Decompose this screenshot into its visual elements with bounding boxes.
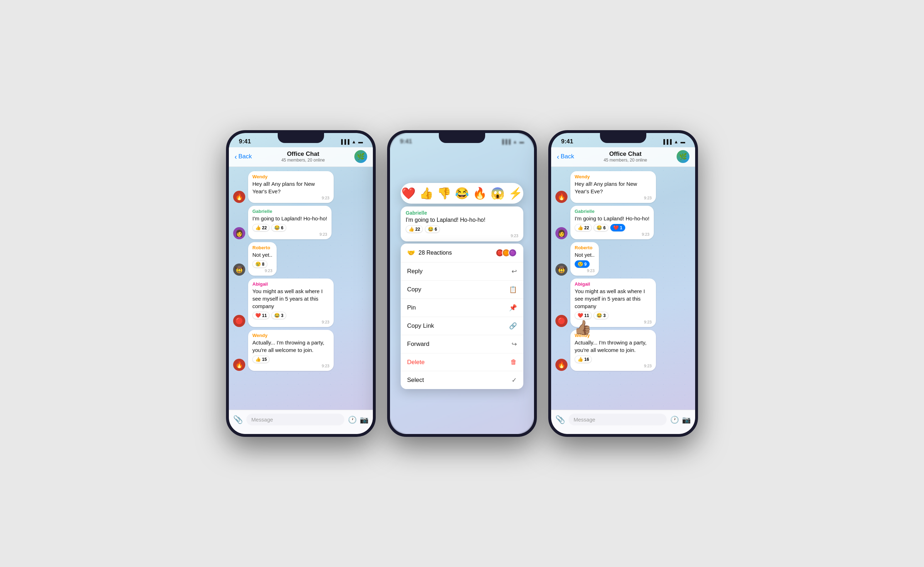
reaction-badge[interactable]: 👍22 bbox=[574, 224, 592, 232]
context-reactions: 👍22 😂6 bbox=[406, 226, 518, 233]
message-bubble[interactable]: Gabrielle I'm going to Lapland! Ho-ho-ho… bbox=[570, 206, 654, 239]
react-thumbsdown[interactable]: 👎 bbox=[437, 186, 451, 200]
chat-header-right: ‹ Back Office Chat 45 members, 20 online… bbox=[551, 147, 695, 167]
context-menu: 🤝 28 Reactions 🔴 🟠 🟣 Reply ↩ Copy 📋 bbox=[400, 244, 524, 389]
message-bubble[interactable]: Abigail You might as well ask where I se… bbox=[570, 278, 656, 327]
message-time: 9:23 bbox=[574, 320, 652, 324]
react-thumbsup[interactable]: 👍 bbox=[419, 186, 434, 200]
reaction-badge[interactable]: 👍16 bbox=[574, 355, 592, 363]
reactions-count-row[interactable]: 🤝 28 Reactions 🔴 🟠 🟣 bbox=[400, 244, 524, 262]
sender-name: Wendy bbox=[252, 174, 329, 179]
reaction-badge[interactable]: 😢8 bbox=[252, 260, 267, 268]
message-bubble[interactable]: Wendy Hey all! Any plans for New Year's … bbox=[570, 171, 656, 203]
chat-header-left: ‹ Back Office Chat 45 members, 20 online… bbox=[229, 147, 373, 167]
reactions-row: 👍15 bbox=[252, 355, 329, 363]
schedule-icon[interactable]: 🕐 bbox=[348, 415, 357, 424]
reaction-avatar: 🟣 bbox=[508, 248, 517, 257]
reply-icon: ↩ bbox=[512, 268, 517, 275]
context-menu-item-forward[interactable]: Forward ↪ bbox=[400, 335, 524, 353]
sender-name: Roberto bbox=[574, 245, 595, 250]
chat-input-bar-left: 📎 Message 🕐 📷 bbox=[229, 410, 373, 434]
group-avatar-right[interactable]: 🌿 bbox=[676, 150, 689, 163]
reaction-badge[interactable]: 😂6 bbox=[594, 224, 609, 232]
header-center-right: Office Chat 45 members, 20 online bbox=[574, 150, 676, 162]
context-menu-item-pin[interactable]: Pin 📌 bbox=[400, 299, 524, 317]
react-lightning[interactable]: ⚡ bbox=[508, 186, 523, 200]
select-icon: ✓ bbox=[512, 376, 517, 384]
message-time: 9:23 bbox=[574, 364, 652, 368]
copy-label: Copy bbox=[407, 286, 422, 293]
context-menu-item-delete[interactable]: Delete 🗑 bbox=[400, 353, 524, 371]
context-menu-item-select[interactable]: Select ✓ bbox=[400, 371, 524, 389]
context-menu-item-copy[interactable]: Copy 📋 bbox=[400, 281, 524, 299]
forward-icon: ↪ bbox=[512, 340, 517, 348]
message-bubble[interactable]: Wendy Actually... I'm throwing a party, … bbox=[248, 330, 334, 371]
chat-subtitle-left: 45 members, 20 online bbox=[252, 158, 354, 162]
back-label-left[interactable]: Back bbox=[238, 153, 252, 160]
avatar: 👩 bbox=[233, 227, 245, 239]
back-button-left[interactable]: ‹ Back bbox=[235, 153, 252, 161]
message-bubble[interactable]: Gabrielle I'm going to Lapland! Ho-ho-ho… bbox=[248, 206, 332, 239]
camera-icon[interactable]: 📷 bbox=[360, 415, 369, 424]
message-time: 9:23 bbox=[574, 196, 652, 200]
sender-name: Abigail bbox=[574, 281, 652, 287]
delete-label: Delete bbox=[407, 359, 424, 366]
back-label-right[interactable]: Back bbox=[561, 153, 574, 160]
reaction-badge[interactable]: 👍22 bbox=[252, 224, 270, 232]
message-input[interactable]: Message bbox=[246, 414, 344, 426]
reaction-badge[interactable]: 😂6 bbox=[425, 226, 440, 233]
sender-name: Roberto bbox=[252, 245, 272, 250]
group-avatar-left[interactable]: 🌿 bbox=[354, 150, 367, 163]
header-center-left: Office Chat 45 members, 20 online bbox=[252, 150, 354, 162]
react-heart[interactable]: ❤️ bbox=[401, 186, 416, 200]
message-bubble[interactable]: Abigail You might as well ask where I se… bbox=[248, 278, 334, 327]
signal-icon: ▐▐▐ bbox=[662, 139, 672, 144]
message-time: 9:23 bbox=[252, 232, 327, 236]
message-bubble[interactable]: Roberto Not yet.. 😢9 9:23 bbox=[570, 242, 599, 276]
reaction-badge[interactable]: 👍22 bbox=[406, 226, 423, 233]
message-bubble[interactable]: Roberto Not yet.. 😢8 9:23 bbox=[248, 242, 277, 276]
react-scared[interactable]: 😱 bbox=[490, 186, 505, 200]
battery-icon: ▬ bbox=[681, 139, 685, 144]
pin-label: Pin bbox=[407, 304, 416, 311]
message-text: Actually... I'm throwing a party, you're… bbox=[252, 339, 329, 354]
reaction-badge[interactable]: 😂6 bbox=[271, 224, 286, 232]
reaction-badge-active[interactable]: ❤️1 bbox=[610, 224, 625, 232]
avatar: 🤠 bbox=[555, 263, 567, 276]
attachment-icon[interactable]: 📎 bbox=[233, 415, 243, 424]
phone-right: ❄ 9:41 ▐▐▐ ▲ ▬ ‹ Back Office Chat 45 mem… bbox=[548, 130, 698, 437]
react-fire[interactable]: 🔥 bbox=[473, 186, 487, 200]
attachment-icon-right[interactable]: 📎 bbox=[555, 415, 565, 424]
notch-middle bbox=[439, 133, 485, 143]
sender-name: Gabrielle bbox=[252, 209, 327, 214]
message-text: You might as well ask where I see myself… bbox=[252, 287, 329, 310]
react-laugh[interactable]: 😂 bbox=[455, 186, 469, 200]
message-bubble[interactable]: Wendy Hey all! Any plans for New Year's … bbox=[248, 171, 334, 203]
reaction-badge[interactable]: 👍15 bbox=[252, 355, 270, 363]
camera-icon-right[interactable]: 📷 bbox=[682, 415, 691, 424]
reaction-badge[interactable]: ❤️11 bbox=[574, 312, 592, 319]
context-message-bubble: Gabrielle I'm going to Lapland! Ho-ho-ho… bbox=[400, 206, 524, 241]
table-row: 👩 Gabrielle I'm going to Lapland! Ho-ho-… bbox=[233, 206, 369, 239]
input-right-icons: 🕐 📷 bbox=[348, 415, 369, 424]
context-menu-item-reply[interactable]: Reply ↩ bbox=[400, 262, 524, 281]
reaction-badge[interactable]: ❤️11 bbox=[252, 312, 270, 319]
table-row: 🔥 Wendy Actually... I'm throwing a party… bbox=[233, 330, 369, 371]
message-bubble[interactable]: Wendy Actually... I'm throwing a party, … bbox=[570, 330, 656, 371]
notch-left bbox=[278, 133, 324, 143]
message-time: 9:23 bbox=[252, 320, 329, 324]
back-button-right[interactable]: ‹ Back bbox=[557, 153, 574, 161]
forward-label: Forward bbox=[407, 341, 429, 348]
reaction-badge[interactable]: 😂3 bbox=[271, 312, 286, 319]
context-message-time: 9:23 bbox=[406, 233, 518, 238]
message-time: 9:23 bbox=[252, 196, 329, 200]
context-menu-item-copylink[interactable]: Copy Link 🔗 bbox=[400, 317, 524, 335]
avatar: 🔥 bbox=[555, 191, 567, 203]
input-right-icons-right: 🕐 📷 bbox=[670, 415, 691, 424]
message-input-right[interactable]: Message bbox=[568, 414, 667, 426]
reaction-badge[interactable]: 😂3 bbox=[594, 312, 609, 319]
schedule-icon-right[interactable]: 🕐 bbox=[670, 415, 679, 424]
notch-right bbox=[600, 133, 646, 143]
reaction-badge-active[interactable]: 😢9 bbox=[574, 260, 590, 268]
battery-icon: ▬ bbox=[358, 139, 363, 144]
